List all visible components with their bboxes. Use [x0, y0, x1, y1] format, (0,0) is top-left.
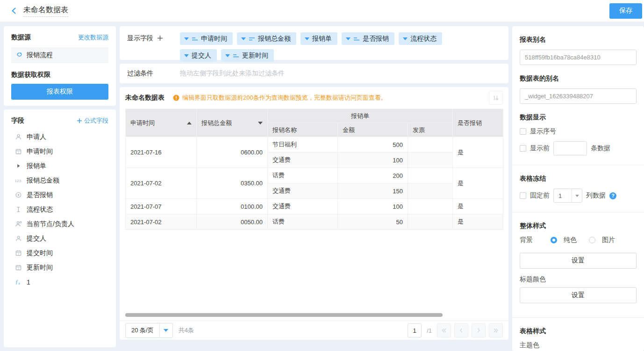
col-sub-1[interactable]: 金额	[338, 123, 408, 137]
freeze-prefix: 固定前	[530, 191, 550, 200]
display-field-chip[interactable]: 流程状态	[399, 32, 442, 45]
chevron-down-icon	[184, 54, 189, 57]
chevron-left-icon	[458, 328, 464, 333]
table-row[interactable]: 2021-07-160600.00节日福利500是	[126, 137, 503, 153]
svg-text:f: f	[15, 279, 18, 285]
pagination-bar: 20 条/页 共4条 1 /1	[120, 321, 508, 340]
field-item[interactable]: 报销单	[11, 159, 108, 173]
field-item[interactable]: 提交人	[11, 231, 108, 246]
display-field-chip[interactable]: 申请时间	[180, 32, 233, 45]
display-field-chip[interactable]: 提交人	[180, 49, 217, 62]
table-alias-input[interactable]	[520, 88, 637, 104]
cell-name: 话费	[268, 168, 338, 183]
chevron-right-icon	[476, 328, 481, 333]
cell-date: 2021-07-02	[126, 214, 197, 230]
field-item[interactable]: 申请人	[11, 130, 108, 144]
warning-icon	[173, 95, 179, 101]
calendar-icon: 7	[14, 148, 22, 155]
chevron-down-icon	[575, 195, 579, 197]
col-sub-2[interactable]: 发票	[408, 123, 453, 137]
display-field-chip[interactable]: 是否报销	[342, 32, 394, 45]
field-item[interactable]: 流程状态	[11, 202, 108, 217]
cell-amount: 150	[338, 183, 408, 199]
prev-page-button[interactable]	[454, 323, 468, 337]
field-item[interactable]: 7更新时间	[11, 260, 108, 275]
table-row[interactable]: 2021-07-020050.00话费50是	[126, 214, 503, 230]
table-row[interactable]: 2021-07-070100.00交通费100是	[126, 199, 503, 214]
cell-reimbursed: 是	[453, 137, 503, 168]
cell-date: 2021-07-16	[126, 137, 197, 168]
cell-name: 交通费	[268, 153, 338, 168]
title-color-set-button[interactable]: 设置	[520, 287, 637, 303]
title-color-label: 标题颜色	[520, 275, 637, 284]
field-item[interactable]: 是否报销	[11, 188, 108, 202]
chevron-down-icon	[184, 37, 189, 40]
image-radio[interactable]	[589, 237, 595, 243]
horizontal-scrollbar[interactable]	[125, 313, 503, 317]
last-page-button[interactable]	[489, 323, 503, 337]
chevron-left-icon	[10, 7, 18, 15]
freeze-count-select[interactable]: 1	[553, 189, 582, 203]
page-title[interactable]: 未命名数据表	[23, 5, 68, 17]
report-permission-button[interactable]: 报表权限	[11, 84, 108, 100]
col-reimbursed[interactable]: 是否报销	[453, 109, 503, 137]
col-apply-time[interactable]: 申请时间	[126, 109, 197, 137]
double-chevron-right-icon	[493, 328, 499, 333]
sort-asc-icon	[192, 36, 198, 42]
save-button[interactable]: 保存	[609, 3, 642, 19]
field-item[interactable]: 123报销总金额	[11, 173, 108, 188]
display-field-chip[interactable]: 更新时间	[221, 49, 274, 62]
double-chevron-left-icon	[441, 328, 447, 333]
freeze-checkbox[interactable]	[520, 192, 526, 199]
chevron-down-icon	[305, 37, 309, 40]
sort-order-icon: 1	[492, 94, 500, 102]
cell-name: 话费	[268, 214, 338, 230]
add-display-field-icon[interactable]	[157, 35, 163, 43]
sort-order-button[interactable]: 1	[489, 91, 503, 105]
chip-label: 流程状态	[410, 35, 436, 43]
chip-label: 报销总金额	[258, 35, 291, 43]
show-first-prefix: 显示前	[530, 144, 550, 153]
page-number-input[interactable]: 1	[408, 323, 422, 337]
show-first-checkbox[interactable]	[520, 145, 526, 152]
back-button[interactable]	[7, 4, 21, 17]
help-icon[interactable]: ?	[609, 192, 616, 199]
table-title: 未命名数据表	[125, 94, 165, 102]
sort-asc-icon	[353, 36, 360, 42]
number-icon: 123	[14, 177, 22, 184]
display-field-chip[interactable]: 报销单	[301, 32, 337, 45]
chip-label: 更新时间	[242, 51, 268, 60]
field-item[interactable]: 当前节点/负责人	[11, 217, 108, 231]
cell-reimbursed: 是	[453, 199, 503, 214]
field-item[interactable]: fx1	[11, 275, 108, 289]
field-item[interactable]: 7提交时间	[11, 246, 108, 260]
display-field-chip[interactable]: 报销总金额	[237, 32, 296, 45]
background-set-button[interactable]: 设置	[520, 253, 637, 269]
table-row[interactable]: 2021-07-020350.00话费200是	[126, 168, 503, 183]
field-item-label: 是否报销	[27, 191, 53, 199]
col-total-amount[interactable]: 报销总金额	[197, 109, 268, 137]
solid-color-radio[interactable]	[551, 237, 557, 243]
first-page-button[interactable]	[437, 323, 451, 337]
col-sub-0[interactable]: 报销名称	[268, 123, 338, 137]
field-item-label: 当前节点/负责人	[27, 220, 74, 228]
page-size-select[interactable]: 20 条/页	[125, 323, 173, 338]
show-first-count-input[interactable]	[553, 141, 587, 155]
next-page-button[interactable]	[472, 323, 486, 337]
datasource-title: 数据源	[11, 33, 31, 42]
table-panel: 未命名数据表 编辑界面只取数据源前200条作为查询数据预览，完整数据请访问页面查…	[120, 87, 508, 340]
add-formula-field-link[interactable]: 公式字段	[77, 117, 108, 125]
datasource-item[interactable]: 报销流程	[11, 47, 108, 63]
field-item[interactable]: 7申请时间	[11, 144, 108, 159]
chip-label: 提交人	[192, 51, 211, 60]
col-group-reimburse[interactable]: 报销单	[268, 109, 453, 123]
scrollbar-thumb[interactable]	[125, 313, 443, 317]
report-alias-input[interactable]	[520, 50, 637, 65]
show-index-checkbox[interactable]	[520, 128, 526, 135]
filter-dropzone[interactable]: 拖动左侧字段到此处来添加过滤条件	[180, 69, 285, 78]
cell-name: 节日福利	[268, 137, 338, 153]
cell-total: 0100.00	[197, 199, 268, 214]
user-node-icon	[14, 220, 22, 227]
datasource-item-label: 报销流程	[27, 51, 53, 59]
change-datasource-link[interactable]: 更改数据源	[78, 33, 108, 42]
